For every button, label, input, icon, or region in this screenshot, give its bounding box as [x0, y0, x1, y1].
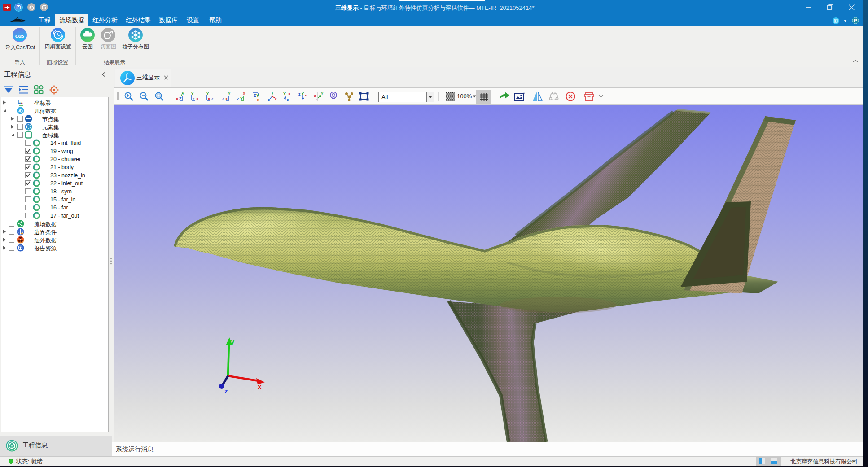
svg-text:Y: Y [321, 92, 324, 96]
svg-text:x: x [196, 96, 198, 101]
svg-text:Y: Y [271, 91, 274, 95]
svg-text:cas: cas [15, 32, 24, 39]
svg-text:x: x [176, 96, 178, 101]
svg-text:x: x [258, 383, 262, 390]
svg-text:Y: Y [256, 93, 259, 98]
svg-text:y: y [231, 337, 235, 345]
svg-text:Y: Y [191, 92, 194, 96]
svg-text:x: x [305, 93, 307, 97]
svg-text:Y: Y [228, 92, 231, 96]
svg-text:z: z [224, 387, 228, 395]
svg-text:z: z [298, 92, 301, 96]
svg-text:x: x [208, 96, 210, 101]
svg-text:z: z [222, 96, 224, 101]
svg-text:z: z [287, 98, 289, 102]
svg-text:Y: Y [302, 92, 304, 96]
svg-text:z: z [193, 96, 195, 101]
svg-text:z: z [268, 98, 270, 102]
svg-text:x: x [21, 101, 23, 104]
svg-text:x: x [288, 92, 290, 96]
svg-text:Y: Y [283, 92, 286, 96]
svg-text:z: z [237, 96, 239, 101]
svg-text:X: X [243, 92, 245, 96]
svg-text:x: x [275, 97, 277, 101]
svg-text:Y: Y [206, 92, 209, 96]
svg-text:x: x [314, 94, 316, 98]
svg-text:x: x [257, 98, 259, 102]
svg-text:z: z [211, 96, 214, 101]
svg-text:Y: Y [17, 99, 19, 102]
